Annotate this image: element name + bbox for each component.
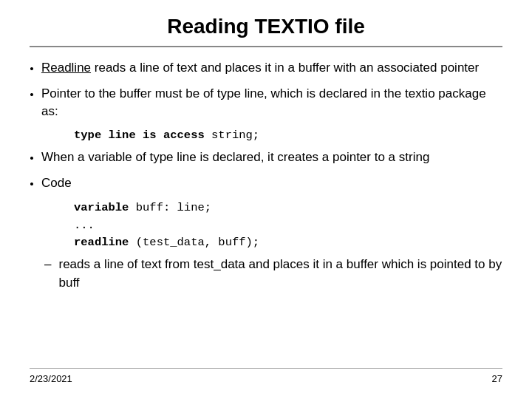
code-block-1: type line is access string; — [74, 127, 502, 144]
code-readline-kw: readline — [74, 236, 129, 249]
footer-page: 27 — [492, 373, 502, 384]
dash-item: – reads a line of text from test_data an… — [44, 256, 502, 292]
readline-link: Readline — [41, 61, 91, 75]
dash-symbol: – — [44, 256, 51, 274]
slide-content: • Readline reads a line of text and plac… — [30, 59, 502, 362]
bullet-dot: • — [30, 86, 34, 105]
list-item: • Readline reads a line of text and plac… — [30, 59, 502, 79]
slide-footer: 2/23/2021 27 — [30, 368, 502, 384]
code-line-2: ... — [74, 217, 502, 234]
list-item: • Pointer to the buffer must be of type … — [30, 85, 502, 121]
bullet-dot: • — [30, 61, 34, 79]
code-line-3: readline (test_data, buff); — [74, 234, 502, 251]
code-readline-args: (test_data, buff); — [129, 236, 259, 249]
bullet-text-4: Code — [41, 174, 72, 193]
code-buff-decl: buff: line; — [129, 201, 211, 214]
slide: Reading TEXTIO file • Readline reads a l… — [0, 0, 532, 399]
title-area: Reading TEXTIO file — [30, 15, 502, 47]
slide-title: Reading TEXTIO file — [30, 15, 502, 38]
code-ellipsis: ... — [74, 219, 95, 232]
dash-text: reads a line of text from test_data and … — [58, 256, 502, 292]
bullet-list-2: • When a variable of type line is declar… — [30, 149, 502, 194]
list-item: • When a variable of type line is declar… — [30, 149, 502, 168]
code-line-1: variable buff: line; — [74, 200, 502, 216]
bullet-text-2: Pointer to the buffer must be of type li… — [41, 85, 502, 121]
bullet-dot: • — [30, 150, 34, 168]
code-normal: string; — [205, 129, 259, 142]
footer-date: 2/23/2021 — [30, 373, 72, 384]
bullet-list: • Readline reads a line of text and plac… — [30, 59, 502, 121]
code-variable-kw: variable — [74, 201, 129, 214]
bullet-text-3: When a variable of type line is declared… — [41, 149, 429, 167]
code-block-2: variable buff: line; ... readline (test_… — [74, 200, 502, 251]
code-keyword: type line is access — [74, 129, 205, 142]
bullet-dot: • — [30, 176, 34, 194]
bullet-text-1: Readline reads a line of text and places… — [41, 59, 479, 78]
list-item: • Code — [30, 174, 502, 194]
